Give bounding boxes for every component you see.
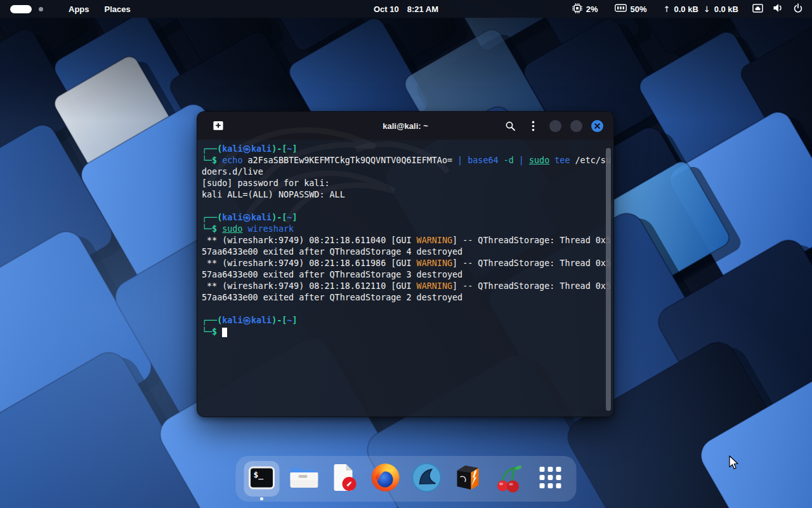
dock-item-cherrytree[interactable] (492, 461, 527, 497)
workspace-indicator[interactable] (10, 5, 43, 13)
terminal-line: └─$ echo a2FsaSBBTEw9KEFMTCkgTk9QQVNTV0Q… (202, 155, 609, 166)
dock-item-terminal[interactable]: $_ (244, 461, 280, 497)
file-manager-icon (288, 462, 318, 495)
clock-date: Oct 10 (374, 4, 399, 14)
burpsuite-icon (453, 462, 483, 495)
system-indicators: 2% 50% ↑ 0.0 kB ↓ (572, 3, 812, 15)
dock-item-text-editor[interactable] (327, 461, 362, 497)
net-up-value: 0.0 kB (674, 4, 698, 14)
download-arrow-icon: ↓ (704, 4, 710, 14)
terminal-line: doers.d/live (202, 166, 609, 178)
mouse-cursor (728, 455, 741, 473)
terminal-icon: $_ (247, 464, 277, 494)
new-tab-button[interactable] (210, 117, 226, 134)
apps-menu[interactable]: Apps (61, 0, 97, 18)
dock-item-firefox[interactable] (368, 461, 403, 497)
volume-icon[interactable] (773, 3, 783, 15)
cherrytree-icon (494, 462, 525, 495)
firefox-icon (370, 462, 401, 495)
top-bar: Apps Places Oct 10 8:21 AM 2% (0, 0, 812, 18)
dock-item-file-manager[interactable] (285, 461, 321, 497)
minimize-button[interactable] (549, 120, 561, 132)
clock[interactable]: Oct 10 8:21 AM (374, 0, 438, 18)
search-button[interactable] (502, 118, 518, 133)
terminal-line (202, 304, 609, 315)
terminal-line: 57aa6433e00 exited after QThreadStorage … (202, 246, 609, 258)
terminal-output[interactable]: ┌──(kali㉿kali)-[~]└─$ echo a2FsaSBBTEw9K… (197, 140, 613, 417)
terminal-line: [sudo] password for kali: (202, 178, 609, 189)
power-icon[interactable] (793, 3, 803, 15)
terminal-line: ┌──(kali㉿kali)-[~] (202, 315, 609, 326)
wireshark-icon (412, 462, 442, 495)
running-indicator-dot (260, 497, 263, 500)
net-down-value: 0.0 kB (714, 4, 738, 14)
places-menu[interactable]: Places (97, 0, 138, 18)
text-editor-icon (329, 462, 360, 495)
maximize-button[interactable] (570, 120, 582, 132)
terminal-line (202, 201, 609, 212)
dock-item-wireshark[interactable] (409, 461, 445, 497)
dock: $_ (236, 456, 577, 502)
terminal-scrollbar[interactable] (606, 148, 611, 411)
terminal-line: ┌──(kali㉿kali)-[~] (202, 144, 609, 155)
workspace-inactive-dot[interactable] (39, 7, 43, 11)
terminal-line: kali ALL=(ALL) NOPASSWD: ALL (202, 189, 609, 201)
desktop: Apps Places Oct 10 8:21 AM 2% (0, 0, 812, 508)
memory-indicator[interactable]: 50% (615, 4, 647, 14)
terminal-line: ** (wireshark:9749) 08:21:18.612110 [GUI… (202, 281, 609, 292)
network-icon[interactable] (752, 4, 763, 15)
kebab-menu-button[interactable] (525, 118, 540, 133)
clock-time: 8:21 AM (407, 4, 438, 14)
terminal-line: ** (wireshark:9749) 08:21:18.611986 [GUI… (202, 258, 609, 269)
net-upload-indicator[interactable]: ↑ 0.0 kB (664, 4, 698, 14)
cpu-value: 2% (586, 4, 598, 14)
window-title: kali@kali: ~ (383, 121, 428, 131)
terminal-line: ** (wireshark:9749) 08:21:18.611040 [GUI… (202, 235, 609, 246)
terminal-line: 57aa6433e00 exited after QThreadStorage … (202, 269, 609, 281)
dock-item-show-apps[interactable] (533, 461, 568, 497)
terminal-line: └─$ (202, 326, 609, 338)
net-download-indicator[interactable]: ↓ 0.0 kB (704, 4, 738, 14)
app-grid-icon (537, 464, 564, 493)
system-tray (752, 3, 803, 15)
terminal-line: 57aa6433e00 exited after QThreadStorage … (202, 292, 609, 304)
close-button[interactable] (591, 120, 603, 132)
upload-arrow-icon: ↑ (664, 4, 671, 14)
memory-icon (615, 4, 627, 14)
terminal-line: └─$ sudo wireshark (202, 224, 609, 235)
top-bar-left: Apps Places (0, 0, 138, 18)
terminal-line: ┌──(kali㉿kali)-[~] (202, 212, 609, 224)
dock-item-burpsuite[interactable] (450, 461, 486, 497)
cpu-icon (572, 3, 582, 15)
workspace-active-pill[interactable] (10, 5, 32, 13)
terminal-titlebar[interactable]: kali@kali: ~ (197, 112, 613, 140)
titlebar-controls (502, 118, 613, 133)
terminal-window: kali@kali: ~ (197, 111, 614, 417)
terminal-icon-glyph: $_ (254, 470, 264, 479)
cpu-indicator[interactable]: 2% (572, 3, 598, 15)
memory-value: 50% (631, 4, 647, 14)
